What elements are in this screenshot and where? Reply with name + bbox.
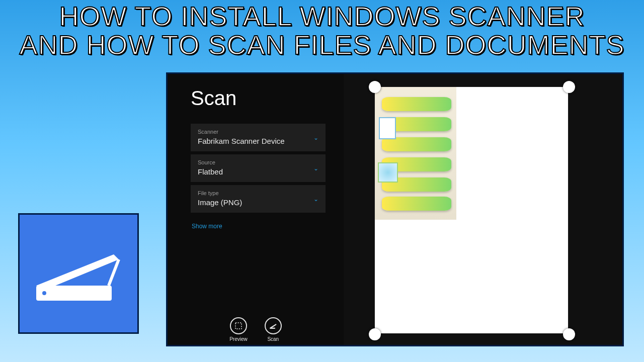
scanned-image-content: [375, 87, 456, 220]
filetype-label: File type: [198, 190, 318, 196]
crop-handle-top-right[interactable]: [563, 81, 575, 93]
app-title: Scan: [191, 87, 326, 110]
scanner-label: Scanner: [198, 129, 318, 135]
filetype-value: Image (PNG): [198, 198, 318, 207]
action-bar: Preview Scan: [168, 317, 344, 342]
preview-icon: [230, 317, 247, 334]
chevron-down-icon: ⌄: [313, 165, 318, 172]
tutorial-headline: HOW TO INSTALL WINDOWS SCANNER AND HOW T…: [0, 2, 644, 59]
chevron-down-icon: ⌄: [313, 134, 318, 141]
scan-button-label: Scan: [267, 336, 279, 342]
source-dropdown[interactable]: Source Flatbed ⌄: [191, 154, 326, 182]
scanner-icon: [33, 237, 124, 310]
source-value: Flatbed: [198, 167, 318, 176]
scan-button[interactable]: Scan: [265, 317, 282, 342]
scanner-value: Fabrikam Scanner Device: [198, 137, 318, 145]
scanned-page[interactable]: [375, 87, 568, 333]
scan-sidebar: Scan Scanner Fabrikam Scanner Device ⌄ S…: [168, 74, 344, 345]
crop-handle-bottom-right[interactable]: [563, 328, 575, 340]
crop-handle-bottom-left[interactable]: [369, 328, 381, 340]
svg-rect-2: [235, 323, 242, 329]
source-label: Source: [198, 159, 318, 165]
preview-button[interactable]: Preview: [229, 317, 248, 342]
show-more-link[interactable]: Show more: [192, 223, 222, 230]
scan-app-window: Scan Scanner Fabrikam Scanner Device ⌄ S…: [166, 72, 624, 346]
crop-handle-top-left[interactable]: [369, 81, 381, 93]
filetype-dropdown[interactable]: File type Image (PNG) ⌄: [191, 185, 326, 213]
scanner-app-tile: [18, 213, 139, 334]
preview-button-label: Preview: [229, 336, 248, 342]
scan-icon: [265, 317, 282, 334]
svg-point-1: [42, 291, 46, 295]
scan-preview-area: [344, 74, 622, 345]
chevron-down-icon: ⌄: [313, 196, 318, 203]
scanner-dropdown[interactable]: Scanner Fabrikam Scanner Device ⌄: [191, 124, 326, 151]
